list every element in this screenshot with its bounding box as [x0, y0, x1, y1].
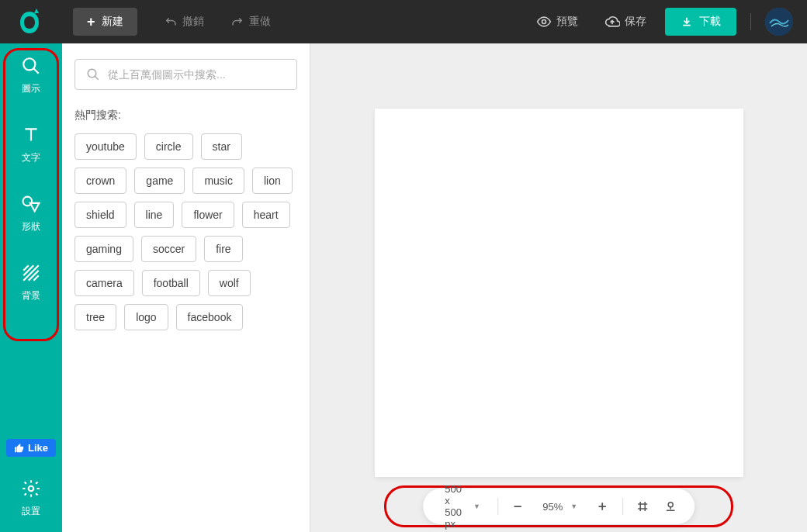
canvas-size-label: 500 x 500 px	[445, 483, 466, 530]
tag-line[interactable]: line	[134, 202, 175, 228]
zoom-in-button[interactable]	[594, 499, 610, 514]
sidebar-item-label: 背景	[22, 289, 40, 302]
sidebar: 圖示 文字 形狀 背景 Like	[0, 43, 62, 532]
plus-icon: +	[87, 14, 95, 30]
preview-label: 預覽	[556, 15, 578, 29]
zoom-out-button[interactable]	[510, 499, 525, 514]
text-icon	[19, 123, 43, 147]
tag-football[interactable]: football	[142, 270, 200, 296]
tag-soccer[interactable]: soccer	[141, 236, 196, 262]
canvas-area: 500 x 500 px ▼ 95% ▼	[310, 43, 807, 532]
logo-icon	[18, 9, 41, 35]
sidebar-item-background[interactable]: 背景	[8, 261, 54, 302]
svg-point-6	[88, 69, 96, 78]
new-button-label: 新建	[102, 15, 123, 29]
hot-searches-label: 熱門搜索:	[74, 109, 297, 123]
zoom-selector[interactable]: 95% ▼	[538, 501, 582, 513]
search-icon	[86, 67, 100, 81]
save-label: 保存	[625, 15, 646, 29]
svg-line-7	[95, 76, 99, 80]
settings-label: 設置	[22, 505, 40, 518]
artboard[interactable]	[375, 109, 743, 477]
tag-game[interactable]: game	[134, 168, 185, 194]
canvas-control-bar: 500 x 500 px ▼ 95% ▼	[423, 489, 694, 524]
shapes-icon	[19, 192, 43, 216]
gear-icon	[19, 477, 43, 500]
tag-crown[interactable]: crown	[74, 168, 126, 194]
download-icon	[681, 16, 693, 28]
search-input[interactable]	[108, 68, 286, 81]
tag-youtube[interactable]: youtube	[74, 133, 137, 160]
tag-tree[interactable]: tree	[74, 304, 116, 330]
hatch-icon	[19, 261, 43, 285]
like-label: Like	[28, 442, 48, 454]
sidebar-item-label: 形狀	[22, 220, 40, 233]
tags-container: youtubecirclestarcrowngamemusiclionshiel…	[74, 133, 297, 330]
svg-line-3	[33, 68, 39, 74]
sidebar-item-shapes[interactable]: 形狀	[8, 192, 54, 233]
tag-music[interactable]: music	[192, 168, 244, 194]
eye-icon	[536, 14, 552, 29]
sidebar-item-label: 文字	[22, 151, 40, 164]
undo-icon	[164, 15, 178, 29]
tag-lion[interactable]: lion	[252, 168, 293, 194]
user-avatar[interactable]	[765, 8, 793, 36]
divider	[750, 13, 751, 30]
canvas-size-selector[interactable]: 500 x 500 px ▼	[440, 483, 485, 530]
chevron-down-icon: ▼	[473, 503, 480, 510]
topbar: + 新建 撤銷 重做 預覽 保存 下載	[0, 0, 807, 43]
tag-camera[interactable]: camera	[74, 270, 134, 296]
redo-button[interactable]: 重做	[230, 15, 271, 29]
svg-point-11	[668, 503, 673, 507]
redo-label: 重做	[249, 15, 271, 29]
avatar-icon	[765, 8, 793, 36]
save-button[interactable]: 保存	[604, 14, 646, 29]
download-label: 下載	[699, 15, 721, 29]
tag-shield[interactable]: shield	[74, 202, 126, 228]
sidebar-item-text[interactable]: 文字	[8, 123, 54, 164]
download-button[interactable]: 下載	[665, 8, 736, 36]
cloud-up-icon	[604, 14, 620, 29]
sidebar-item-label: 圖示	[22, 82, 40, 95]
tag-circle[interactable]: circle	[144, 133, 193, 160]
tag-wolf[interactable]: wolf	[208, 270, 251, 296]
thumbs-up-icon	[14, 443, 25, 454]
preview-button[interactable]: 預覽	[536, 14, 578, 29]
sidebar-item-settings[interactable]: 設置	[8, 477, 54, 518]
tag-heart[interactable]: heart	[242, 202, 290, 228]
tag-facebook[interactable]: facebook	[176, 304, 244, 330]
like-button[interactable]: Like	[6, 439, 56, 457]
redo-icon	[230, 15, 244, 29]
tag-logo[interactable]: logo	[124, 304, 168, 330]
chevron-down-icon: ▼	[570, 503, 577, 510]
undo-button[interactable]: 撤銷	[164, 15, 204, 29]
grid-toggle-button[interactable]	[636, 499, 649, 514]
svg-point-2	[23, 58, 35, 70]
tag-flower[interactable]: flower	[182, 202, 234, 228]
tag-fire[interactable]: fire	[204, 236, 242, 262]
zoom-label: 95%	[542, 501, 563, 513]
tag-gaming[interactable]: gaming	[74, 236, 133, 262]
search-icon	[19, 54, 43, 78]
svg-point-5	[29, 486, 34, 492]
search-box[interactable]	[74, 59, 297, 90]
new-button[interactable]: + 新建	[73, 8, 137, 36]
svg-point-0	[542, 20, 546, 24]
sidebar-item-icons[interactable]: 圖示	[8, 54, 54, 95]
undo-label: 撤銷	[182, 15, 204, 29]
tag-star[interactable]: star	[201, 133, 242, 160]
baseline-toggle-button[interactable]	[663, 499, 677, 514]
app-logo[interactable]	[14, 6, 45, 37]
search-panel: 熱門搜索: youtubecirclestarcrowngamemusiclio…	[62, 43, 310, 532]
